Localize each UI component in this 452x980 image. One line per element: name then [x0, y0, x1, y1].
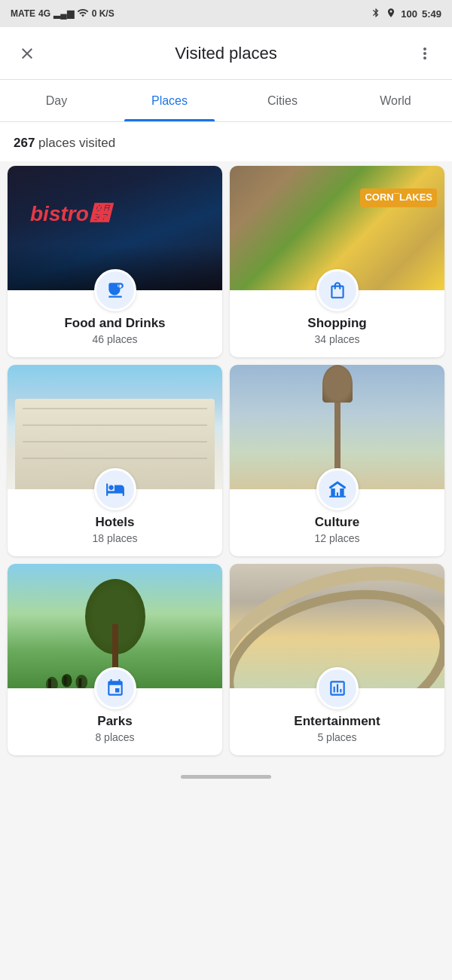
- data-speed: 0 K/S: [92, 8, 115, 19]
- shopping-card-info: Shopping 34 places: [230, 314, 444, 357]
- culture-card-info: Culture 12 places: [230, 513, 444, 556]
- tab-world[interactable]: World: [339, 80, 452, 121]
- header: Visited places: [0, 27, 452, 80]
- shopping-card-name: Shopping: [239, 316, 435, 331]
- places-count-number: 267: [14, 136, 35, 150]
- entertainment-card-name: Entertainment: [239, 714, 435, 729]
- tab-day[interactable]: Day: [0, 80, 113, 121]
- entertainment-icon-wrap: [230, 667, 444, 709]
- tab-cities[interactable]: Cities: [226, 80, 339, 121]
- more-options-button[interactable]: [411, 40, 438, 67]
- category-grid: Food and Drinks 46 places Shopping 34 pl…: [0, 161, 452, 763]
- status-left: MATE 4G ▂▄▆ 0 K/S: [11, 7, 115, 21]
- home-indicator: [0, 763, 452, 790]
- hotel-icon: [105, 479, 125, 499]
- entertainment-card-info: Entertainment 5 places: [230, 712, 444, 755]
- culture-card-name: Culture: [239, 515, 435, 530]
- museum-icon: [328, 479, 347, 499]
- food-card-count: 46 places: [17, 333, 213, 345]
- category-card-food-drinks[interactable]: Food and Drinks 46 places: [8, 166, 222, 357]
- hotels-card-name: Hotels: [17, 515, 213, 530]
- parks-card-name: Parks: [17, 714, 213, 729]
- category-card-culture[interactable]: Culture 12 places: [230, 365, 444, 556]
- shopping-bag-icon: [328, 280, 347, 300]
- signal-bars: ▂▄▆: [53, 8, 74, 19]
- page-title: Visited places: [41, 44, 411, 63]
- close-button[interactable]: [14, 40, 41, 67]
- shopping-icon-circle: [316, 269, 359, 311]
- parks-icon-circle: [94, 667, 136, 709]
- hotels-icon-wrap: [8, 468, 222, 510]
- entertainment-card-count: 5 places: [239, 731, 435, 743]
- location-icon: [386, 8, 396, 20]
- carrier-label: MATE: [11, 8, 35, 19]
- category-card-parks[interactable]: Parks 8 places: [8, 564, 222, 755]
- shopping-icon-wrap: [230, 269, 444, 311]
- entertainment-icon-circle: [316, 667, 359, 709]
- parks-icon-wrap: [8, 667, 222, 709]
- food-icon-circle: [94, 269, 136, 311]
- signal-label: 4G: [38, 8, 50, 19]
- wifi-icon: [77, 7, 89, 21]
- category-card-hotels[interactable]: Hotels 18 places: [8, 365, 222, 556]
- culture-icon-wrap: [230, 468, 444, 510]
- tab-bar: Day Places Cities World: [0, 80, 452, 122]
- food-icon-wrap: [8, 269, 222, 311]
- bluetooth-icon: [371, 8, 381, 20]
- shopping-card-count: 34 places: [239, 333, 435, 345]
- parks-card-info: Parks 8 places: [8, 712, 222, 755]
- culture-card-count: 12 places: [239, 532, 435, 544]
- status-right: 100 5:49: [371, 8, 441, 20]
- parks-card-count: 8 places: [17, 731, 213, 743]
- home-bar: [181, 775, 271, 779]
- park-icon: [105, 678, 125, 698]
- category-card-entertainment[interactable]: Entertainment 5 places: [230, 564, 444, 755]
- places-count-suffix: places visited: [35, 136, 115, 150]
- stadium-icon: [328, 678, 347, 698]
- hotels-icon-circle: [94, 468, 136, 510]
- status-bar: MATE 4G ▂▄▆ 0 K/S 100 5:49: [0, 0, 452, 27]
- battery-indicator: 100: [401, 8, 417, 20]
- food-card-info: Food and Drinks 46 places: [8, 314, 222, 357]
- hotels-card-info: Hotels 18 places: [8, 513, 222, 556]
- coffee-icon: [105, 280, 125, 300]
- hotels-card-count: 18 places: [17, 532, 213, 544]
- tab-places[interactable]: Places: [113, 80, 226, 121]
- places-count-bar: 267 places visited: [0, 122, 452, 161]
- time-label: 5:49: [422, 8, 441, 20]
- culture-icon-circle: [316, 468, 359, 510]
- food-card-name: Food and Drinks: [17, 316, 213, 331]
- category-card-shopping[interactable]: Shopping 34 places: [230, 166, 444, 357]
